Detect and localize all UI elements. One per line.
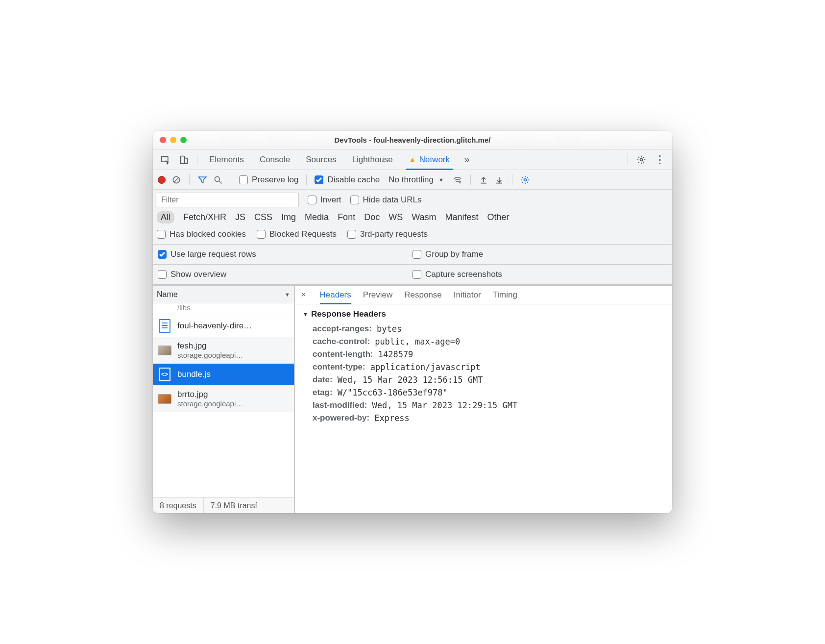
close-detail-icon[interactable]: × (301, 290, 308, 300)
third-party-checkbox[interactable]: 3rd-party requests (347, 229, 428, 239)
pill-all[interactable]: All (157, 211, 174, 223)
tab-console[interactable]: Console (253, 149, 297, 170)
filter-input[interactable] (157, 193, 299, 207)
separator (628, 154, 628, 166)
request-list: /libs foul-heavenly-dire… fesh.jpg stora… (153, 303, 294, 497)
tab-lighthouse[interactable]: Lighthouse (345, 149, 400, 170)
clear-button[interactable] (171, 175, 181, 185)
request-row[interactable]: fesh.jpg storage.googleapi… (153, 337, 294, 364)
more-tabs-button[interactable]: » (459, 152, 475, 167)
header-row: etag:W/"15cc63-186e53ef978" (313, 388, 664, 397)
group-frame-checkbox[interactable]: Group by frame (412, 249, 483, 259)
dtab-preview[interactable]: Preview (363, 286, 392, 304)
inspect-element-icon[interactable] (157, 152, 173, 167)
header-key: date: (313, 375, 333, 385)
export-har-icon[interactable] (494, 175, 504, 185)
pill-font[interactable]: Font (338, 212, 355, 223)
header-key: cache-control: (313, 337, 370, 347)
svg-rect-1 (180, 156, 184, 163)
pill-ws[interactable]: WS (388, 212, 403, 223)
disable-cache-checkbox[interactable]: Disable cache (315, 175, 380, 185)
request-row[interactable]: foul-heavenly-dire… (153, 315, 294, 337)
detail-tabs: × Headers Preview Response Initiator Tim… (295, 286, 672, 304)
svg-point-8 (459, 181, 461, 183)
header-value: bytes (377, 324, 402, 334)
header-value: 1428579 (378, 349, 413, 359)
image-thumbnail-icon (158, 394, 171, 404)
warning-icon: ▲ (409, 155, 416, 164)
request-domain: storage.googleapi… (177, 351, 243, 359)
large-rows-checkbox[interactable]: Use large request rows (158, 249, 256, 259)
pill-js[interactable]: JS (235, 212, 245, 223)
network-conditions-icon[interactable] (453, 175, 462, 185)
pill-doc[interactable]: Doc (364, 212, 380, 223)
kebab-menu-icon[interactable]: ⋮ (652, 152, 668, 167)
tab-network-label: Network (419, 155, 450, 164)
tab-elements[interactable]: Elements (202, 149, 251, 170)
tab-network[interactable]: ▲Network (402, 149, 457, 170)
request-name: bundle.js (177, 370, 211, 379)
device-toolbar-icon[interactable] (175, 152, 192, 167)
name-column-header[interactable]: Name ▼ (153, 286, 294, 303)
dtab-initiator[interactable]: Initiator (454, 286, 481, 304)
show-overview-label: Show overview (170, 270, 226, 279)
invert-checkbox[interactable]: Invert (308, 195, 341, 205)
blocked-requests-label: Blocked Requests (269, 229, 337, 239)
separator (189, 174, 190, 185)
partial-row[interactable]: /libs (153, 303, 294, 315)
search-icon[interactable] (213, 175, 223, 185)
record-button[interactable] (158, 176, 166, 184)
preserve-log-checkbox[interactable]: Preserve log (239, 175, 298, 185)
request-detail-pane: × Headers Preview Response Initiator Tim… (295, 286, 672, 513)
header-value: application/javascript (370, 362, 481, 372)
resource-type-pills: All Fetch/XHR JS CSS Img Media Font Doc … (153, 207, 672, 227)
tab-sources[interactable]: Sources (299, 149, 343, 170)
pill-fetchxhr[interactable]: Fetch/XHR (183, 212, 226, 223)
request-name: fesh.jpg (177, 341, 243, 351)
request-row-selected[interactable]: <> bundle.js (153, 364, 294, 386)
settings-gear-icon[interactable] (633, 152, 650, 167)
minimize-window-button[interactable] (170, 137, 176, 143)
header-value: W/"15cc63-186e53ef978" (338, 388, 448, 397)
blocked-cookies-checkbox[interactable]: Has blocked cookies (157, 229, 246, 239)
response-headers-section[interactable]: ▼ Response Headers (303, 309, 664, 319)
dtab-response[interactable]: Response (404, 286, 442, 304)
request-name: foul-heavenly-dire… (177, 321, 252, 331)
throttling-label: No throttling (388, 175, 434, 185)
header-row: x-powered-by:Express (313, 413, 664, 423)
invert-label: Invert (320, 195, 341, 205)
svg-line-7 (219, 181, 222, 183)
pill-manifest[interactable]: Manifest (445, 212, 479, 223)
group-frame-label: Group by frame (425, 249, 483, 259)
hide-data-urls-checkbox[interactable]: Hide data URLs (350, 195, 422, 205)
show-overview-checkbox[interactable]: Show overview (158, 270, 226, 279)
header-key: etag: (313, 388, 333, 397)
dtab-timing[interactable]: Timing (493, 286, 517, 304)
pill-wasm[interactable]: Wasm (412, 212, 436, 223)
pill-css[interactable]: CSS (254, 212, 272, 223)
request-domain: storage.googleapi… (177, 399, 243, 408)
name-header-label: Name (157, 290, 178, 299)
disclosure-triangle-icon: ▼ (303, 311, 308, 317)
capture-screenshots-checkbox[interactable]: Capture screenshots (412, 270, 502, 279)
dtab-headers[interactable]: Headers (320, 286, 351, 304)
pill-img[interactable]: Img (281, 212, 296, 223)
pill-media[interactable]: Media (305, 212, 329, 223)
request-row[interactable]: brrto.jpg storage.googleapi… (153, 386, 294, 412)
request-name: brrto.jpg (177, 390, 243, 399)
network-settings-gear-icon[interactable] (520, 175, 530, 185)
header-key: accept-ranges: (313, 324, 372, 334)
filter-row: Invert Hide data URLs (153, 190, 672, 207)
import-har-icon[interactable] (479, 175, 488, 185)
image-thumbnail-icon (158, 346, 171, 355)
headers-area: ▼ Response Headers accept-ranges:bytesca… (295, 304, 672, 513)
header-value: Express (374, 413, 410, 423)
zoom-window-button[interactable] (180, 137, 187, 143)
svg-point-3 (640, 158, 643, 161)
pill-other[interactable]: Other (487, 212, 510, 223)
filter-toggle-icon[interactable] (197, 175, 207, 185)
close-window-button[interactable] (160, 137, 166, 143)
blocked-requests-checkbox[interactable]: Blocked Requests (257, 229, 337, 239)
chevron-down-icon: ▼ (285, 292, 290, 297)
throttling-dropdown[interactable]: No throttling ▼ (386, 175, 447, 185)
